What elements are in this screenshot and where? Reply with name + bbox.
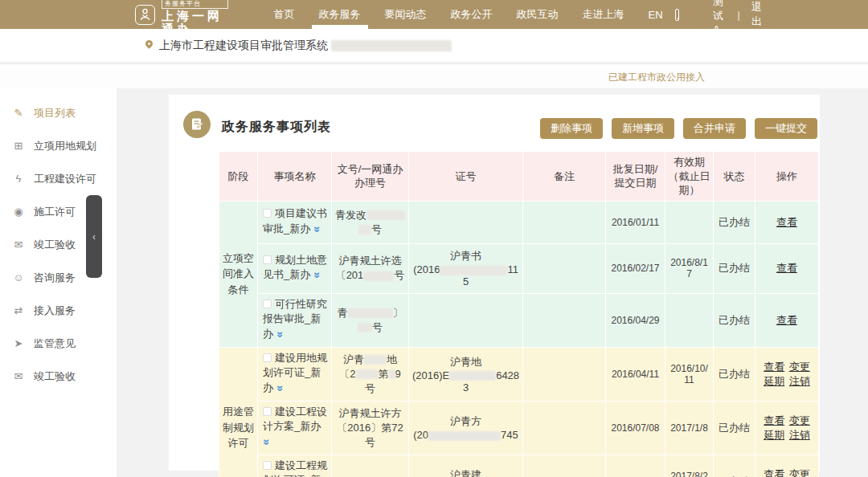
person-figure-icon: [139, 8, 151, 22]
action-link-查看[interactable]: 查看: [776, 262, 797, 274]
site-logo[interactable]: 全国一体化在线政务服务平台 上海一网通办: [135, 0, 228, 36]
action-link-查看[interactable]: 查看: [776, 314, 797, 326]
location-pin-icon: [144, 39, 154, 49]
redacted-text: [358, 323, 372, 332]
cell-remark: [523, 243, 606, 293]
nav-item-政务公开[interactable]: 政务公开: [439, 0, 505, 29]
action-link-注销[interactable]: 注销: [789, 375, 810, 387]
sidebar-item-label: 施工许可: [34, 205, 76, 219]
column-header-阶段: 阶段: [219, 152, 258, 202]
sidebar-item-工程建设许可[interactable]: ϟ工程建设许可: [0, 162, 117, 195]
expand-double-chevron-icon[interactable]: «: [257, 440, 273, 446]
row-checkbox[interactable]: [263, 353, 272, 362]
sidebar-item-label: 咨询服务: [34, 271, 76, 285]
cell-approval-date: 2016/07/08: [606, 401, 665, 455]
cell-actions: 查看: [755, 243, 819, 293]
status-badge: 已办结: [714, 347, 755, 401]
cell-approval-date: 2016/01/11: [606, 201, 665, 243]
cell-cert-number: 沪青方(20745: [409, 401, 523, 455]
action-link-查看[interactable]: 查看: [776, 216, 797, 228]
action-link-延期[interactable]: 延期: [764, 429, 784, 441]
top-header-bar: 全国一体化在线政务服务平台 上海一网通办 首页政务服务要闻动态政务公开政民互动走…: [0, 0, 868, 29]
sidebar-item-label: 立项用地规划: [34, 139, 96, 153]
cell-valid-until-date: [665, 293, 714, 347]
row-checkbox[interactable]: [263, 300, 272, 308]
cell-item-name: 可行性研究报告审批_新办 «: [258, 293, 332, 347]
redacted-text: [358, 225, 371, 234]
sitemap-icon: ⊞: [12, 140, 25, 152]
button-新增事项[interactable]: 新增事项: [612, 118, 674, 139]
cell-stage: 用途管制规划许可: [219, 347, 258, 477]
service-items-table: 阶段事项名称文号/一网通办办理号证号备注批复日期/提交日期有效期（截止日期）状态…: [219, 151, 819, 477]
sidebar-item-label: 竣工验收: [34, 369, 76, 384]
row-checkbox[interactable]: [263, 209, 272, 218]
action-link-延期[interactable]: 延期: [764, 375, 784, 387]
expand-double-chevron-icon[interactable]: «: [308, 227, 324, 233]
sidebar-item-监管意见[interactable]: ➤监管意见: [0, 327, 117, 360]
cell-doc-number: 沪青地〔2第9号: [332, 347, 409, 401]
cell-cert-number: 沪青地(2016)E64283: [409, 347, 523, 401]
cell-cert-number: 沪青建(201776: [409, 455, 523, 477]
sidebar-menu: ✎项目列表⊞立项用地规划ϟ工程建设许可◉施工许可✉竣工验收☺咨询服务⇄接入服务➤…: [0, 88, 117, 477]
logout-link[interactable]: 退出: [751, 0, 762, 29]
button-一键提交[interactable]: 一键提交: [755, 118, 817, 139]
logged-in-user[interactable]: 测试A: [713, 0, 727, 35]
column-header-事项名称: 事项名称: [258, 152, 332, 202]
action-link-注销[interactable]: 注销: [789, 429, 810, 441]
handshake-icon: ⇄: [12, 304, 25, 316]
action-link-查看[interactable]: 查看: [764, 414, 784, 426]
nav-item-走进上海[interactable]: 走进上海: [571, 0, 637, 29]
cell-item-name: 建设用地规划许可证_新办 «: [258, 347, 332, 401]
person-icon: ☺: [12, 271, 25, 283]
sidebar-item-label: 监管意见: [34, 336, 76, 351]
row-checkbox[interactable]: [263, 255, 272, 264]
sidebar-item-立项用地规划[interactable]: ⊞立项用地规划: [0, 129, 117, 162]
cell-actions: 查看 变更 延期 注销: [755, 401, 819, 455]
action-link-变更[interactable]: 变更: [789, 361, 810, 373]
cell-item-name: 规划土地意见书_新办 «: [258, 243, 332, 293]
action-link-查看[interactable]: 查看: [764, 468, 784, 477]
nav-item-EN[interactable]: EN: [637, 0, 675, 29]
redacted-text: [440, 266, 507, 275]
cell-item-name: 项目建议书审批_新办 «: [258, 201, 332, 243]
sidebar-item-label: 工程建设许可: [34, 172, 96, 186]
cell-actions: 查看 变更 延期 注销: [755, 347, 819, 401]
action-link-变更[interactable]: 变更: [789, 468, 810, 477]
nav-item-首页[interactable]: 首页: [262, 0, 307, 29]
status-badge: 已办结: [714, 401, 755, 455]
row-checkbox[interactable]: [263, 407, 272, 416]
user-logout-divider: |: [738, 9, 740, 21]
sidebar-item-竣工验收[interactable]: ✉竣工验收: [0, 360, 117, 393]
sidebar-collapse-handle[interactable]: ‹: [86, 195, 102, 278]
expand-double-chevron-icon[interactable]: «: [308, 273, 324, 279]
brand-name: 上海一网通办: [162, 10, 228, 36]
sidebar-item-接入服务[interactable]: ⇄接入服务: [0, 294, 117, 327]
toolbar-buttons: 删除事项新增事项合并申请一键提交: [540, 118, 817, 139]
column-header-有效期（截止日期）: 有效期（截止日期）: [665, 152, 714, 202]
button-删除事项[interactable]: 删除事项: [540, 118, 603, 139]
nav-item-要闻动态[interactable]: 要闻动态: [373, 0, 439, 29]
redacted-text: [363, 271, 394, 281]
expand-double-chevron-icon[interactable]: «: [271, 332, 287, 338]
action-link-变更[interactable]: 变更: [789, 414, 810, 426]
expand-double-chevron-icon[interactable]: «: [271, 386, 287, 392]
action-link-查看[interactable]: 查看: [764, 361, 784, 373]
sidebar-item-项目列表[interactable]: ✎项目列表: [0, 96, 117, 129]
cell-remark: [523, 401, 606, 455]
cell-remark: [523, 293, 606, 347]
redacted-text: [449, 371, 496, 381]
main-nav: 首页政务服务要闻动态政务公开政民互动走进上海EN: [262, 0, 675, 29]
cell-remark: [523, 455, 606, 477]
cell-remark: [523, 201, 606, 243]
redacted-title-text: [331, 40, 452, 51]
column-header-文号/一网通办办理号: 文号/一网通办办理号: [332, 152, 409, 202]
cell-valid-until-date: 2016/8/17: [665, 243, 714, 293]
cell-doc-number: 青〕号: [332, 293, 409, 347]
nav-item-政民互动[interactable]: 政民互动: [505, 0, 571, 29]
mobile-phone-icon[interactable]: [675, 9, 679, 21]
tab-existing-municipal-access[interactable]: 已建工程市政公用接入: [608, 71, 705, 84]
button-合并申请[interactable]: 合并申请: [683, 118, 746, 139]
cell-doc-number: 沪青规土许方〔2016〕第72号: [332, 401, 409, 455]
row-checkbox[interactable]: [263, 461, 272, 470]
nav-item-政务服务[interactable]: 政务服务: [307, 0, 373, 29]
